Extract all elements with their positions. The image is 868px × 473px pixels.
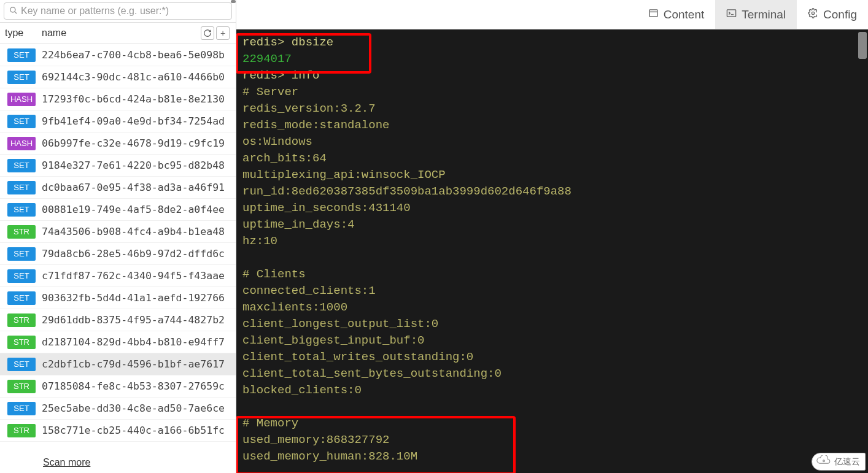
- terminal-line: client_total_sent_bytes_outstanding:0: [236, 366, 868, 382]
- scan-more-link[interactable]: Scan more: [0, 452, 236, 473]
- key-name: 9184e327-7e61-4220-bc95-d82b48: [42, 160, 225, 171]
- terminal-line: hz:10: [236, 233, 868, 250]
- tab-terminal-label: Terminal: [742, 8, 786, 21]
- key-name: c2dbf1cb-c79d-4596-b1bf-ae7617: [42, 358, 225, 370]
- key-row[interactable]: STRd2187104-829d-4bb4-b810-e94ff7: [0, 331, 236, 353]
- terminal-line: multiplexing_api:winsock_IOCP: [236, 167, 868, 183]
- type-badge: SET: [7, 115, 36, 128]
- key-name: 00881e19-749e-4af5-8de2-a0f4ee: [42, 204, 225, 215]
- terminal-line: used_memory:868327792: [236, 432, 868, 448]
- terminal-line: redis_mode:standalone: [236, 117, 868, 134]
- search-input[interactable]: [21, 6, 227, 17]
- content-icon: [648, 8, 659, 21]
- key-name: 06b997fe-c32e-4678-9d19-c9fc19: [42, 137, 225, 149]
- terminal-line: maxclients:1000: [236, 299, 868, 316]
- terminal-scroll-thumb[interactable]: [858, 32, 867, 59]
- type-badge: SET: [7, 48, 36, 62]
- key-row[interactable]: STR74a43506-b908-4fc4-a9b4-b1ea48: [0, 221, 236, 243]
- header-actions: +: [201, 26, 236, 40]
- key-row[interactable]: STR29d61ddb-8375-4f95-a744-4827b2: [0, 309, 236, 331]
- type-badge: SET: [7, 358, 36, 371]
- add-button[interactable]: +: [216, 26, 230, 40]
- key-name: 158c771e-cb25-440c-a166-6b51fc: [42, 425, 225, 436]
- terminal-panel[interactable]: redis> dbsize2294017redis> info# Serverr…: [236, 29, 868, 473]
- terminal-line: redis_version:3.2.7: [236, 101, 868, 117]
- terminal-line: connected_clients:1: [236, 283, 868, 299]
- key-row[interactable]: SET25ec5abe-dd30-4c8e-ad50-7ae6ce: [0, 398, 236, 420]
- key-row[interactable]: SET903632fb-5d4d-41a1-aefd-192766: [0, 287, 236, 309]
- type-badge: STR: [7, 313, 36, 327]
- tab-content-label: Content: [664, 8, 705, 21]
- terminal-line: client_longest_output_list:0: [236, 316, 868, 333]
- search-box[interactable]: [4, 2, 232, 20]
- svg-point-7: [823, 460, 825, 462]
- key-row[interactable]: STR158c771e-cb25-440c-a166-6b51fc: [0, 420, 236, 442]
- cloud-icon: [816, 455, 832, 468]
- key-list: SET224b6ea7-c700-4cb8-bea6-5e098bSET6921…: [0, 44, 236, 452]
- key-row[interactable]: SET9184e327-7e61-4220-bc95-d82b48: [0, 155, 236, 177]
- tab-config[interactable]: Config: [797, 0, 868, 29]
- type-badge: STR: [7, 225, 36, 239]
- key-name: c71fdf87-762c-4340-94f5-f43aae: [42, 270, 225, 282]
- key-name: dc0baa67-0e95-4f38-ad3a-a46f91: [42, 182, 225, 193]
- key-name: 25ec5abe-dd30-4c8e-ad50-7ae6ce: [42, 402, 225, 414]
- key-name: 903632fb-5d4d-41a1-aefd-192766: [42, 292, 225, 304]
- key-row[interactable]: SETdc0baa67-0e95-4f38-ad3a-a46f91: [0, 177, 236, 199]
- key-row[interactable]: HASH06b997fe-c32e-4678-9d19-c9fc19: [0, 133, 236, 155]
- search-icon: [9, 6, 18, 17]
- key-name: 79da8cb6-28e5-46b9-97d2-dffd6c: [42, 248, 225, 260]
- key-row[interactable]: SET79da8cb6-28e5-46b9-97d2-dffd6c: [0, 243, 236, 265]
- search-wrap: [0, 0, 236, 22]
- key-row[interactable]: SET224b6ea7-c700-4cb8-bea6-5e098b: [0, 44, 236, 66]
- type-badge: SET: [7, 269, 36, 283]
- column-header-name[interactable]: name: [39, 24, 201, 42]
- watermark: 亿速云: [812, 453, 866, 471]
- terminal-command: dbsize: [292, 36, 333, 49]
- key-name: 29d61ddb-8375-4f95-a744-4827b2: [42, 314, 225, 326]
- type-badge: HASH: [7, 93, 36, 106]
- terminal-line: uptime_in_days:4: [236, 217, 868, 233]
- column-header-type[interactable]: type: [0, 24, 39, 42]
- key-row[interactable]: SET00881e19-749e-4af5-8de2-a0f4ee: [0, 199, 236, 221]
- terminal-line: redis> dbsize: [236, 34, 868, 51]
- key-browser-sidebar: type name + SET224b6ea7-c700-4cb8-bea6-5…: [0, 0, 236, 473]
- key-name: d2187104-829d-4bb4-b810-e94ff7: [42, 336, 225, 348]
- type-badge: SET: [7, 181, 36, 194]
- key-row[interactable]: SET692144c3-90dc-481c-a610-4466b0: [0, 66, 236, 88]
- tab-content[interactable]: Content: [637, 0, 716, 29]
- terminal-line: os:Windows: [236, 134, 868, 150]
- terminal-prompt: redis>: [242, 69, 284, 82]
- key-name: 74a43506-b908-4fc4-a9b4-b1ea48: [42, 226, 225, 237]
- type-badge: STR: [7, 380, 36, 393]
- tab-terminal[interactable]: Terminal: [715, 0, 797, 29]
- key-name: 692144c3-90dc-481c-a610-4466b0: [42, 71, 225, 83]
- terminal-line: 2294017: [236, 51, 868, 67]
- terminal-scrollbar[interactable]: [858, 29, 867, 473]
- svg-rect-2: [649, 9, 657, 16]
- svg-point-0: [10, 7, 15, 12]
- refresh-button[interactable]: [201, 26, 214, 40]
- terminal-line: blocked_clients:0: [236, 382, 868, 399]
- terminal-output: redis> dbsize2294017redis> info# Serverr…: [236, 34, 868, 465]
- key-name: 224b6ea7-c700-4cb8-bea6-5e098b: [42, 49, 225, 61]
- key-row[interactable]: STR07185084-fe8c-4b53-8307-27659c: [0, 375, 236, 398]
- key-row[interactable]: SETc2dbf1cb-c79d-4596-b1bf-ae7617: [0, 353, 236, 375]
- type-badge: SET: [7, 71, 36, 84]
- sidebar-scroll-hint: [231, 0, 236, 3]
- terminal-line: used_memory_human:828.10M: [236, 448, 868, 465]
- terminal-icon: [726, 8, 737, 21]
- key-row[interactable]: SET9fb41ef4-09a0-4e9d-bf34-7254ad: [0, 110, 236, 133]
- terminal-line: [236, 250, 868, 266]
- terminal-line: # Clients: [236, 266, 868, 283]
- terminal-line: redis> info: [236, 67, 868, 84]
- key-row[interactable]: HASH17293f0c-b6cd-424a-b81e-8e2130: [0, 88, 236, 110]
- key-row[interactable]: SETc71fdf87-762c-4340-94f5-f43aae: [0, 265, 236, 287]
- terminal-line: arch_bits:64: [236, 150, 868, 167]
- terminal-line: client_biggest_input_buf:0: [236, 333, 868, 349]
- watermark-text: 亿速云: [834, 456, 860, 467]
- column-header-row: type name +: [0, 22, 236, 44]
- type-badge: SET: [7, 159, 36, 172]
- key-name: 17293f0c-b6cd-424a-b81e-8e2130: [42, 93, 225, 105]
- svg-rect-4: [727, 9, 736, 16]
- tab-bar: Content Terminal Config: [236, 0, 868, 29]
